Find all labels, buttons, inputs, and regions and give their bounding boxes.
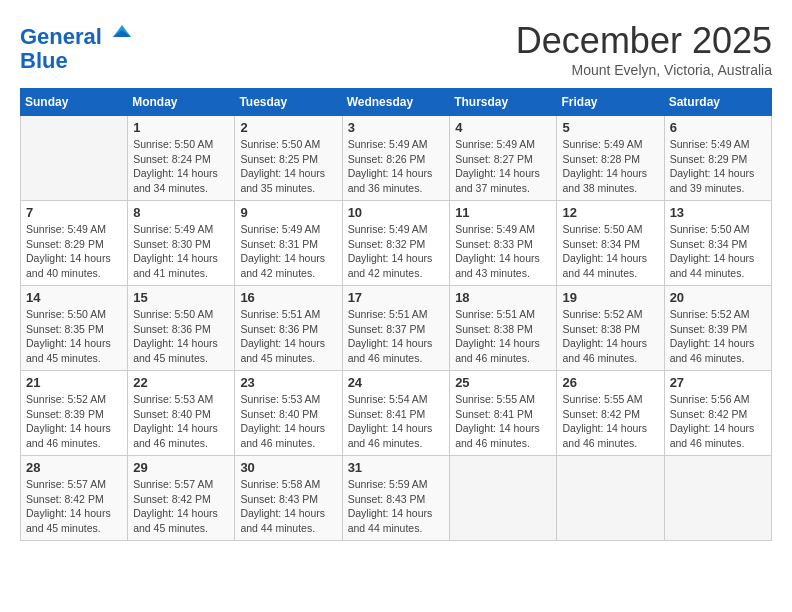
calendar-cell xyxy=(450,456,557,541)
cell-info-text: Sunrise: 5:54 AM Sunset: 8:41 PM Dayligh… xyxy=(348,392,445,451)
calendar-week-row: 28Sunrise: 5:57 AM Sunset: 8:42 PM Dayli… xyxy=(21,456,772,541)
calendar-cell: 17Sunrise: 5:51 AM Sunset: 8:37 PM Dayli… xyxy=(342,286,450,371)
cell-date-number: 24 xyxy=(348,375,445,390)
cell-date-number: 16 xyxy=(240,290,336,305)
calendar-cell: 14Sunrise: 5:50 AM Sunset: 8:35 PM Dayli… xyxy=(21,286,128,371)
logo-general: General xyxy=(20,24,102,49)
logo-text: General xyxy=(20,20,134,49)
cell-date-number: 20 xyxy=(670,290,766,305)
cell-date-number: 11 xyxy=(455,205,551,220)
cell-date-number: 13 xyxy=(670,205,766,220)
calendar-cell: 23Sunrise: 5:53 AM Sunset: 8:40 PM Dayli… xyxy=(235,371,342,456)
cell-info-text: Sunrise: 5:49 AM Sunset: 8:28 PM Dayligh… xyxy=(562,137,658,196)
calendar-cell: 9Sunrise: 5:49 AM Sunset: 8:31 PM Daylig… xyxy=(235,201,342,286)
cell-info-text: Sunrise: 5:59 AM Sunset: 8:43 PM Dayligh… xyxy=(348,477,445,536)
cell-info-text: Sunrise: 5:50 AM Sunset: 8:36 PM Dayligh… xyxy=(133,307,229,366)
cell-date-number: 27 xyxy=(670,375,766,390)
cell-date-number: 9 xyxy=(240,205,336,220)
cell-info-text: Sunrise: 5:49 AM Sunset: 8:33 PM Dayligh… xyxy=(455,222,551,281)
calendar-cell: 16Sunrise: 5:51 AM Sunset: 8:36 PM Dayli… xyxy=(235,286,342,371)
cell-info-text: Sunrise: 5:49 AM Sunset: 8:32 PM Dayligh… xyxy=(348,222,445,281)
calendar-header-row: SundayMondayTuesdayWednesdayThursdayFrid… xyxy=(21,89,772,116)
calendar-week-row: 1Sunrise: 5:50 AM Sunset: 8:24 PM Daylig… xyxy=(21,116,772,201)
day-header: Tuesday xyxy=(235,89,342,116)
cell-date-number: 6 xyxy=(670,120,766,135)
calendar-cell xyxy=(21,116,128,201)
cell-date-number: 25 xyxy=(455,375,551,390)
cell-date-number: 5 xyxy=(562,120,658,135)
logo: General Blue xyxy=(20,20,134,73)
day-header: Friday xyxy=(557,89,664,116)
cell-info-text: Sunrise: 5:49 AM Sunset: 8:27 PM Dayligh… xyxy=(455,137,551,196)
calendar-cell: 19Sunrise: 5:52 AM Sunset: 8:38 PM Dayli… xyxy=(557,286,664,371)
calendar-cell xyxy=(664,456,771,541)
cell-info-text: Sunrise: 5:50 AM Sunset: 8:35 PM Dayligh… xyxy=(26,307,122,366)
cell-info-text: Sunrise: 5:49 AM Sunset: 8:29 PM Dayligh… xyxy=(670,137,766,196)
cell-date-number: 14 xyxy=(26,290,122,305)
cell-info-text: Sunrise: 5:57 AM Sunset: 8:42 PM Dayligh… xyxy=(26,477,122,536)
calendar-cell: 7Sunrise: 5:49 AM Sunset: 8:29 PM Daylig… xyxy=(21,201,128,286)
cell-date-number: 21 xyxy=(26,375,122,390)
cell-date-number: 19 xyxy=(562,290,658,305)
cell-info-text: Sunrise: 5:50 AM Sunset: 8:25 PM Dayligh… xyxy=(240,137,336,196)
cell-date-number: 18 xyxy=(455,290,551,305)
calendar-cell: 12Sunrise: 5:50 AM Sunset: 8:34 PM Dayli… xyxy=(557,201,664,286)
cell-info-text: Sunrise: 5:51 AM Sunset: 8:36 PM Dayligh… xyxy=(240,307,336,366)
cell-date-number: 8 xyxy=(133,205,229,220)
calendar-week-row: 7Sunrise: 5:49 AM Sunset: 8:29 PM Daylig… xyxy=(21,201,772,286)
calendar-cell: 29Sunrise: 5:57 AM Sunset: 8:42 PM Dayli… xyxy=(128,456,235,541)
cell-date-number: 28 xyxy=(26,460,122,475)
cell-info-text: Sunrise: 5:57 AM Sunset: 8:42 PM Dayligh… xyxy=(133,477,229,536)
calendar-cell: 10Sunrise: 5:49 AM Sunset: 8:32 PM Dayli… xyxy=(342,201,450,286)
cell-info-text: Sunrise: 5:56 AM Sunset: 8:42 PM Dayligh… xyxy=(670,392,766,451)
cell-info-text: Sunrise: 5:52 AM Sunset: 8:38 PM Dayligh… xyxy=(562,307,658,366)
cell-info-text: Sunrise: 5:50 AM Sunset: 8:24 PM Dayligh… xyxy=(133,137,229,196)
cell-info-text: Sunrise: 5:49 AM Sunset: 8:31 PM Dayligh… xyxy=(240,222,336,281)
cell-info-text: Sunrise: 5:52 AM Sunset: 8:39 PM Dayligh… xyxy=(26,392,122,451)
calendar-week-row: 21Sunrise: 5:52 AM Sunset: 8:39 PM Dayli… xyxy=(21,371,772,456)
cell-date-number: 26 xyxy=(562,375,658,390)
cell-date-number: 10 xyxy=(348,205,445,220)
cell-date-number: 4 xyxy=(455,120,551,135)
calendar-cell: 6Sunrise: 5:49 AM Sunset: 8:29 PM Daylig… xyxy=(664,116,771,201)
day-header: Thursday xyxy=(450,89,557,116)
calendar-cell: 8Sunrise: 5:49 AM Sunset: 8:30 PM Daylig… xyxy=(128,201,235,286)
location-subtitle: Mount Evelyn, Victoria, Australia xyxy=(516,62,772,78)
day-header: Saturday xyxy=(664,89,771,116)
day-header: Sunday xyxy=(21,89,128,116)
calendar-cell: 4Sunrise: 5:49 AM Sunset: 8:27 PM Daylig… xyxy=(450,116,557,201)
cell-date-number: 7 xyxy=(26,205,122,220)
cell-date-number: 30 xyxy=(240,460,336,475)
calendar-cell: 26Sunrise: 5:55 AM Sunset: 8:42 PM Dayli… xyxy=(557,371,664,456)
cell-date-number: 22 xyxy=(133,375,229,390)
cell-date-number: 29 xyxy=(133,460,229,475)
calendar-cell: 27Sunrise: 5:56 AM Sunset: 8:42 PM Dayli… xyxy=(664,371,771,456)
calendar-cell: 30Sunrise: 5:58 AM Sunset: 8:43 PM Dayli… xyxy=(235,456,342,541)
calendar-cell: 15Sunrise: 5:50 AM Sunset: 8:36 PM Dayli… xyxy=(128,286,235,371)
calendar-cell: 3Sunrise: 5:49 AM Sunset: 8:26 PM Daylig… xyxy=(342,116,450,201)
logo-icon xyxy=(110,20,134,44)
calendar-cell: 20Sunrise: 5:52 AM Sunset: 8:39 PM Dayli… xyxy=(664,286,771,371)
calendar-cell: 18Sunrise: 5:51 AM Sunset: 8:38 PM Dayli… xyxy=(450,286,557,371)
cell-info-text: Sunrise: 5:51 AM Sunset: 8:38 PM Dayligh… xyxy=(455,307,551,366)
cell-info-text: Sunrise: 5:58 AM Sunset: 8:43 PM Dayligh… xyxy=(240,477,336,536)
calendar-cell: 5Sunrise: 5:49 AM Sunset: 8:28 PM Daylig… xyxy=(557,116,664,201)
cell-info-text: Sunrise: 5:49 AM Sunset: 8:29 PM Dayligh… xyxy=(26,222,122,281)
cell-info-text: Sunrise: 5:49 AM Sunset: 8:26 PM Dayligh… xyxy=(348,137,445,196)
calendar-cell xyxy=(557,456,664,541)
calendar-cell: 22Sunrise: 5:53 AM Sunset: 8:40 PM Dayli… xyxy=(128,371,235,456)
cell-info-text: Sunrise: 5:50 AM Sunset: 8:34 PM Dayligh… xyxy=(670,222,766,281)
calendar-table: SundayMondayTuesdayWednesdayThursdayFrid… xyxy=(20,88,772,541)
calendar-cell: 13Sunrise: 5:50 AM Sunset: 8:34 PM Dayli… xyxy=(664,201,771,286)
day-header: Monday xyxy=(128,89,235,116)
calendar-cell: 25Sunrise: 5:55 AM Sunset: 8:41 PM Dayli… xyxy=(450,371,557,456)
cell-info-text: Sunrise: 5:53 AM Sunset: 8:40 PM Dayligh… xyxy=(133,392,229,451)
calendar-cell: 11Sunrise: 5:49 AM Sunset: 8:33 PM Dayli… xyxy=(450,201,557,286)
calendar-cell: 2Sunrise: 5:50 AM Sunset: 8:25 PM Daylig… xyxy=(235,116,342,201)
cell-info-text: Sunrise: 5:49 AM Sunset: 8:30 PM Dayligh… xyxy=(133,222,229,281)
calendar-cell: 21Sunrise: 5:52 AM Sunset: 8:39 PM Dayli… xyxy=(21,371,128,456)
cell-info-text: Sunrise: 5:55 AM Sunset: 8:42 PM Dayligh… xyxy=(562,392,658,451)
calendar-cell: 31Sunrise: 5:59 AM Sunset: 8:43 PM Dayli… xyxy=(342,456,450,541)
title-block: December 2025 Mount Evelyn, Victoria, Au… xyxy=(516,20,772,78)
calendar-cell: 1Sunrise: 5:50 AM Sunset: 8:24 PM Daylig… xyxy=(128,116,235,201)
